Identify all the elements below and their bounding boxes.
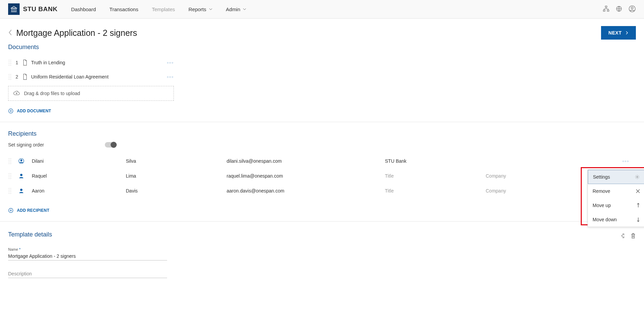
plus-circle-icon — [8, 208, 14, 213]
svg-rect-7 — [607, 10, 609, 11]
nav-transactions[interactable]: Transactions — [110, 6, 138, 12]
user-circle-icon[interactable] — [628, 5, 636, 14]
document-row[interactable]: 1 Truth in Lending ○○○ — [8, 55, 174, 70]
svg-point-10 — [631, 7, 633, 9]
recipient-row: Raquel Lima raquel.lima@onespan.com Titl… — [8, 168, 636, 183]
recipient-company[interactable]: STU Bank — [385, 158, 483, 164]
recipient-last-name[interactable]: Silva — [126, 158, 224, 164]
recipient-last-name[interactable]: Davis — [126, 188, 224, 194]
recipient-first-name[interactable]: Raquel — [32, 173, 123, 179]
document-index: 2 — [15, 74, 19, 80]
add-document-button[interactable]: ADD DOCUMENT — [8, 108, 636, 114]
nav-reports[interactable]: Reports — [188, 6, 212, 12]
ctx-move-up-label: Move up — [593, 203, 611, 208]
more-actions-icon[interactable]: ○○○ — [167, 75, 174, 78]
svg-rect-6 — [603, 10, 605, 11]
document-list: 1 Truth in Lending ○○○ 2 Uniform Residen… — [8, 55, 174, 101]
add-recipient-button[interactable]: ADD RECIPIENT — [8, 208, 636, 213]
arrow-down-icon — [637, 217, 640, 222]
name-label: Name * — [8, 247, 21, 251]
divider — [0, 122, 644, 122]
more-actions-icon[interactable]: ○○○ — [622, 160, 636, 163]
page-header: Mortgage Application - 2 signers NEXT — [0, 19, 644, 42]
template-details-heading: Template details — [8, 231, 52, 238]
recipient-email[interactable]: dilani.silva@onespan.com — [227, 158, 382, 164]
nav-templates[interactable]: Templates — [152, 6, 175, 12]
add-document-label: ADD DOCUMENT — [17, 109, 51, 113]
brand-name: STU BANK — [23, 5, 58, 13]
chevron-down-icon — [209, 7, 212, 11]
drag-handle-icon[interactable] — [8, 59, 12, 66]
document-name: Truth in Lending — [31, 60, 164, 65]
drag-handle-icon[interactable] — [8, 187, 12, 194]
trash-icon[interactable] — [630, 233, 636, 240]
arrow-up-icon — [637, 203, 640, 208]
owner-avatar-icon — [18, 158, 29, 164]
svg-point-15 — [20, 189, 23, 191]
ctx-remove[interactable]: Remove — [588, 184, 644, 198]
recipients-table: Dilani Silva dilani.silva@onespan.com ST… — [8, 154, 636, 198]
next-button[interactable]: NEXT — [601, 26, 636, 40]
ctx-settings-label: Settings — [593, 174, 610, 180]
recipient-first-name[interactable]: Dilani — [32, 158, 123, 164]
back-icon[interactable] — [8, 29, 13, 37]
template-description-input[interactable] — [8, 269, 167, 278]
share-icon[interactable] — [620, 233, 626, 240]
document-icon — [22, 60, 28, 66]
documents-section: Documents 1 Truth in Lending ○○○ 2 Unifo… — [0, 44, 644, 114]
ctx-move-down[interactable]: Move down — [588, 212, 644, 227]
nav-admin[interactable]: Admin — [226, 6, 247, 12]
cloud-upload-icon — [13, 91, 20, 96]
drag-handle-icon[interactable] — [8, 173, 12, 179]
recipient-last-name[interactable]: Lima — [126, 173, 224, 179]
sitemap-icon[interactable] — [603, 5, 610, 13]
ctx-move-down-label: Move down — [593, 217, 617, 222]
name-field-group: Name * — [8, 246, 167, 261]
topnav-right — [603, 5, 636, 14]
top-nav: STU BANK Dashboard Transactions Template… — [0, 0, 644, 19]
signer-avatar-icon — [18, 188, 29, 194]
drag-handle-icon[interactable] — [8, 73, 12, 80]
recipient-email[interactable]: aaron.davis@onespan.com — [227, 188, 382, 194]
ctx-remove-label: Remove — [593, 188, 610, 194]
chevron-down-icon — [243, 7, 246, 11]
globe-icon[interactable] — [616, 5, 622, 13]
recipient-title-placeholder[interactable]: Title — [385, 173, 483, 179]
documents-heading: Documents — [8, 44, 636, 51]
upload-dropzone[interactable]: Drag & drop files to upload — [8, 86, 174, 101]
nav-items: Dashboard Transactions Templates Reports… — [71, 6, 246, 12]
signing-order-toggle[interactable] — [105, 142, 116, 148]
ctx-move-up[interactable]: Move up — [588, 198, 644, 212]
ctx-settings[interactable]: Settings — [588, 170, 644, 184]
bank-logo-icon — [8, 3, 20, 15]
template-details-section: Template details Name * — [0, 230, 644, 278]
signer-avatar-icon — [18, 173, 29, 179]
recipient-context-menu: Settings Remove Move up Move down — [588, 169, 644, 227]
recipient-email[interactable]: raquel.lima@onespan.com — [227, 173, 382, 179]
plus-circle-icon — [8, 108, 14, 114]
recipient-row: Dilani Silva dilani.silva@onespan.com ST… — [8, 154, 636, 168]
document-name: Uniform Residential Loan Agreement — [31, 74, 164, 80]
svg-point-16 — [637, 176, 638, 178]
recipient-row: Aaron Davis aaron.davis@onespan.com Titl… — [8, 183, 636, 198]
signing-order-label: Set signing order — [8, 142, 44, 148]
document-index: 1 — [15, 60, 19, 65]
template-name-input[interactable] — [8, 252, 167, 261]
drag-handle-icon[interactable] — [8, 158, 12, 164]
add-recipient-label: ADD RECIPIENT — [17, 208, 49, 213]
page-title: Mortgage Application - 2 signers — [16, 28, 601, 38]
nav-dashboard[interactable]: Dashboard — [71, 6, 96, 12]
gear-icon — [635, 175, 640, 179]
template-details-header: Template details — [8, 230, 636, 243]
brand-logo[interactable]: STU BANK — [8, 3, 58, 15]
recipient-first-name[interactable]: Aaron — [32, 188, 123, 194]
svg-rect-5 — [605, 6, 607, 7]
divider — [0, 221, 644, 222]
document-row[interactable]: 2 Uniform Residential Loan Agreement ○○○ — [8, 70, 174, 84]
close-icon — [636, 189, 640, 193]
recipient-title-placeholder[interactable]: Title — [385, 188, 483, 194]
svg-point-14 — [20, 174, 23, 176]
next-button-label: NEXT — [608, 30, 622, 36]
description-field-group — [8, 269, 167, 278]
more-actions-icon[interactable]: ○○○ — [167, 61, 174, 64]
